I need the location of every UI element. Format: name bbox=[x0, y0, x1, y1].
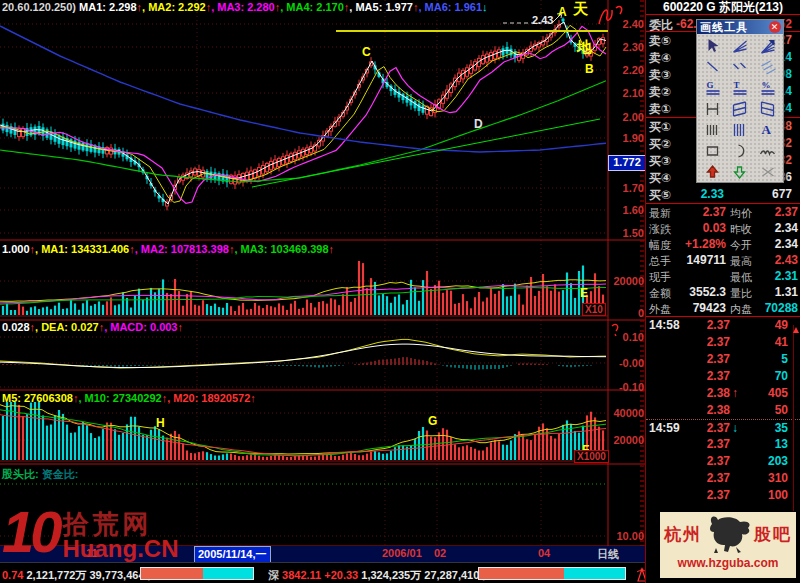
volume-axis-label: 20000 bbox=[602, 275, 644, 287]
main-chart-canvas[interactable] bbox=[0, 0, 645, 546]
cursor-price-box: 1.772 bbox=[608, 155, 646, 171]
price-channel-icon bbox=[703, 100, 722, 118]
trade-tick-row: 2.3850 bbox=[646, 402, 800, 419]
letter-annotation-E: E bbox=[580, 286, 588, 300]
trade-price: 2.37 bbox=[692, 318, 730, 332]
trade-volume: 35 bbox=[775, 421, 788, 435]
order-book-row[interactable]: 买⑤2.33677 bbox=[646, 186, 800, 203]
tool-segment-line[interactable] bbox=[726, 56, 753, 77]
tool-arrow-up-mark[interactable] bbox=[699, 161, 726, 182]
price-axis-label: 1.90 bbox=[602, 132, 644, 144]
quote-value: +1.28% bbox=[672, 237, 726, 251]
trade-price: 2.38 bbox=[692, 403, 730, 417]
status-center-text: 深 3842.11 +20.33 1,324,235万 27,287,410手 bbox=[268, 568, 490, 583]
arrow-up-mark-icon bbox=[703, 163, 722, 181]
tool-parallel-lines[interactable] bbox=[754, 56, 781, 77]
trade-volume: 405 bbox=[768, 386, 788, 400]
tool-delete-line[interactable] bbox=[754, 161, 781, 182]
rectangle-icon bbox=[703, 142, 722, 160]
peak-price-annotation: 2.43 bbox=[532, 14, 553, 26]
trade-tick-row: 2.3741 bbox=[646, 334, 800, 351]
trade-volume: 41 bbox=[775, 335, 788, 349]
timeline-date-label: 2006/01 bbox=[382, 547, 422, 559]
trade-volume: 5 bbox=[781, 352, 788, 366]
stock-title: 600220 G 苏阳光(213) bbox=[646, 0, 800, 15]
quote-value: 149711 bbox=[672, 253, 726, 267]
quote-grid-row: 金额3552.3量比1.31 bbox=[646, 284, 800, 300]
tool-gann-time-lines[interactable]: T bbox=[726, 77, 753, 98]
svg-text:A: A bbox=[761, 122, 771, 137]
trade-price: 2.37 bbox=[692, 454, 730, 468]
tool-trend-line[interactable] bbox=[699, 56, 726, 77]
trade-direction-arrow-icon: ↑ bbox=[732, 386, 738, 400]
quote-value: 1.31 bbox=[750, 285, 798, 299]
tool-text-note[interactable]: A bbox=[754, 119, 781, 140]
quote-label: 量比 bbox=[730, 286, 752, 301]
drawing-tools-titlebar[interactable]: 画线工具 ✕ bbox=[697, 20, 783, 34]
tool-raff-channel-down[interactable] bbox=[754, 98, 781, 119]
quote-label: 总手 bbox=[649, 254, 671, 269]
ma-value: 20.60.120.250) bbox=[2, 1, 76, 13]
tool-vertical-period-lines[interactable] bbox=[699, 119, 726, 140]
m-indicator-header: M5: 27606308↑, M10: 27340292↑, M20: 1892… bbox=[2, 392, 256, 404]
status-value: 1,324,235万 bbox=[361, 569, 424, 581]
trade-price: 2.38 bbox=[692, 386, 730, 400]
trade-price: 2.37 bbox=[692, 421, 730, 435]
tool-ray-lines[interactable] bbox=[726, 35, 753, 56]
price-axis-label: 2.10 bbox=[602, 87, 644, 99]
watermark-url: www.hzguba.com bbox=[660, 556, 796, 570]
tool-raff-channel-up[interactable] bbox=[726, 98, 753, 119]
trade-price: 2.37 bbox=[692, 488, 730, 502]
tool-percent-retracement-lines[interactable]: % bbox=[754, 77, 781, 98]
watermark-hangzhou: 杭州 bbox=[664, 523, 702, 546]
trade-tick-row: 2.375 bbox=[646, 351, 800, 368]
bar-cyan-segment bbox=[564, 568, 625, 579]
tool-price-channel[interactable] bbox=[699, 98, 726, 119]
stock-app-window: 20.60.120.250) MA1: 2.298↑, MA2: 2.292↑,… bbox=[0, 0, 800, 583]
trade-time: 14:59 bbox=[649, 421, 680, 435]
percent-retracement-lines-icon: % bbox=[758, 79, 777, 97]
vol-ma-value: ↑ bbox=[329, 243, 335, 255]
tool-rectangle[interactable] bbox=[699, 140, 726, 161]
trade-tick-row: 14:582.3749 bbox=[646, 317, 800, 334]
quote-value: 2.37 bbox=[672, 205, 726, 219]
drawing-tools-title: 画线工具 bbox=[700, 21, 748, 33]
tool-golden-section-lines[interactable]: G bbox=[699, 77, 726, 98]
period-selector[interactable]: 日线 bbox=[597, 547, 619, 562]
bar-cyan-segment bbox=[203, 568, 253, 579]
order-level-label: 卖① bbox=[649, 101, 671, 118]
order-price: 2.33 bbox=[682, 187, 724, 201]
gann-fan-icon bbox=[758, 37, 777, 55]
close-icon[interactable]: ✕ bbox=[769, 21, 781, 33]
quote-grid-row: 涨跌0.03昨收2.34 bbox=[646, 220, 800, 236]
tool-gann-fan[interactable] bbox=[754, 35, 781, 56]
letter-annotation-C: C bbox=[362, 45, 371, 59]
price-axis-label: 2.30 bbox=[602, 41, 644, 53]
ratio-indicator-header: 股头比: 资金比: bbox=[2, 467, 78, 482]
order-level-label: 卖④ bbox=[649, 50, 671, 67]
vertical-divider bbox=[640, 0, 644, 546]
drawing-tools-window[interactable]: 画线工具 ✕ GT%A bbox=[696, 19, 784, 183]
tool-arc[interactable] bbox=[726, 140, 753, 161]
ma-value: ↓ bbox=[482, 1, 488, 13]
tool-wave-annotation[interactable] bbox=[754, 140, 781, 161]
market-strength-bar-right bbox=[478, 567, 626, 580]
quote-value: 2.31 bbox=[750, 269, 798, 283]
trade-tick-row: 2.37203 bbox=[646, 453, 800, 470]
scroll-up-icon[interactable] bbox=[793, 327, 799, 333]
tool-cycle-lines[interactable] bbox=[726, 119, 753, 140]
cycle-lines-icon bbox=[730, 121, 749, 139]
tool-arrow-down-mark[interactable] bbox=[726, 161, 753, 182]
price-axis-label: 1.70 bbox=[602, 182, 644, 194]
drawing-tools-grid: GT%A bbox=[697, 34, 783, 183]
trade-list-scrollbar[interactable] bbox=[793, 325, 800, 511]
quote-label: 最低 bbox=[730, 270, 752, 285]
letter-annotation-D: D bbox=[474, 117, 483, 131]
tool-pointer[interactable] bbox=[699, 35, 726, 56]
trade-volume: 310 bbox=[768, 471, 788, 485]
ratio-axis-label: 10.00 bbox=[602, 530, 644, 542]
quote-label: 内盘 bbox=[730, 302, 752, 317]
ma-value: , MA6: 1.961 bbox=[418, 1, 482, 13]
macd-indicator-header: 0.028↑, DEA: 0.027↑, MACD: 0.003↑ bbox=[2, 321, 183, 333]
ratio-label: 股头比: bbox=[2, 468, 39, 480]
